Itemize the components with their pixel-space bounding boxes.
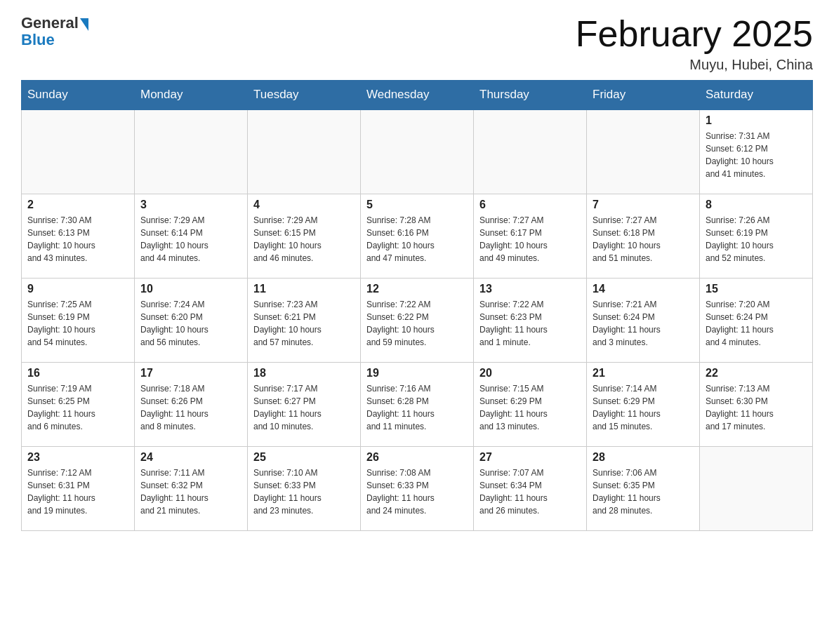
calendar-header-row: Sunday Monday Tuesday Wednesday Thursday… <box>22 81 813 110</box>
day-number: 1 <box>706 114 807 127</box>
logo-blue-text: Blue <box>21 31 55 49</box>
table-row: 6Sunrise: 7:27 AM Sunset: 6:17 PM Daylig… <box>474 194 587 278</box>
day-info: Sunrise: 7:23 AM Sunset: 6:21 PM Dayligh… <box>253 298 355 349</box>
day-info: Sunrise: 7:10 AM Sunset: 6:33 PM Dayligh… <box>253 467 355 517</box>
table-row: 7Sunrise: 7:27 AM Sunset: 6:18 PM Daylig… <box>587 194 700 278</box>
day-info: Sunrise: 7:06 AM Sunset: 6:35 PM Dayligh… <box>593 467 694 517</box>
calendar-table: Sunday Monday Tuesday Wednesday Thursday… <box>21 80 813 531</box>
table-row: 5Sunrise: 7:28 AM Sunset: 6:16 PM Daylig… <box>361 194 474 278</box>
day-info: Sunrise: 7:25 AM Sunset: 6:19 PM Dayligh… <box>27 298 128 349</box>
day-number: 7 <box>593 199 694 211</box>
table-row: 16Sunrise: 7:19 AM Sunset: 6:25 PM Dayli… <box>22 362 135 446</box>
day-number: 28 <box>593 451 694 464</box>
day-number: 17 <box>140 367 241 380</box>
table-row: 14Sunrise: 7:21 AM Sunset: 6:24 PM Dayli… <box>587 278 700 362</box>
day-info: Sunrise: 7:22 AM Sunset: 6:22 PM Dayligh… <box>366 298 468 349</box>
table-row <box>587 109 700 194</box>
day-number: 3 <box>140 199 241 211</box>
day-info: Sunrise: 7:16 AM Sunset: 6:28 PM Dayligh… <box>366 382 468 433</box>
table-row: 27Sunrise: 7:07 AM Sunset: 6:34 PM Dayli… <box>474 446 587 530</box>
table-row <box>361 109 474 194</box>
table-row: 15Sunrise: 7:20 AM Sunset: 6:24 PM Dayli… <box>700 278 813 362</box>
logo-general-text: General <box>21 14 79 32</box>
day-number: 10 <box>140 283 241 295</box>
logo-triangle-icon <box>80 18 88 31</box>
calendar-week-1: 1Sunrise: 7:31 AM Sunset: 6:12 PM Daylig… <box>22 109 813 194</box>
table-row: 2Sunrise: 7:30 AM Sunset: 6:13 PM Daylig… <box>22 194 135 278</box>
day-number: 20 <box>479 367 581 380</box>
header-wednesday: Wednesday <box>361 81 474 110</box>
day-number: 15 <box>706 283 807 295</box>
table-row: 19Sunrise: 7:16 AM Sunset: 6:28 PM Dayli… <box>361 362 474 446</box>
table-row: 28Sunrise: 7:06 AM Sunset: 6:35 PM Dayli… <box>587 446 700 530</box>
day-number: 4 <box>253 199 355 211</box>
day-number: 23 <box>27 451 128 464</box>
header-thursday: Thursday <box>474 81 587 110</box>
day-info: Sunrise: 7:24 AM Sunset: 6:20 PM Dayligh… <box>140 298 241 349</box>
table-row: 3Sunrise: 7:29 AM Sunset: 6:14 PM Daylig… <box>135 194 248 278</box>
table-row: 10Sunrise: 7:24 AM Sunset: 6:20 PM Dayli… <box>135 278 248 362</box>
day-info: Sunrise: 7:27 AM Sunset: 6:18 PM Dayligh… <box>593 214 694 264</box>
day-number: 6 <box>479 199 581 211</box>
day-number: 9 <box>27 283 128 295</box>
day-info: Sunrise: 7:11 AM Sunset: 6:32 PM Dayligh… <box>140 467 241 517</box>
header-sunday: Sunday <box>22 81 135 110</box>
table-row: 22Sunrise: 7:13 AM Sunset: 6:30 PM Dayli… <box>700 362 813 446</box>
day-info: Sunrise: 7:29 AM Sunset: 6:14 PM Dayligh… <box>140 214 241 264</box>
month-title: February 2025 <box>576 14 813 54</box>
day-info: Sunrise: 7:08 AM Sunset: 6:33 PM Dayligh… <box>366 467 468 517</box>
day-info: Sunrise: 7:28 AM Sunset: 6:16 PM Dayligh… <box>366 214 468 264</box>
table-row: 9Sunrise: 7:25 AM Sunset: 6:19 PM Daylig… <box>22 278 135 362</box>
table-row <box>248 109 361 194</box>
page-header: General Blue February 2025 Muyu, Hubei, … <box>21 14 813 73</box>
location-text: Muyu, Hubei, China <box>576 57 813 73</box>
table-row <box>474 109 587 194</box>
day-number: 26 <box>366 451 468 464</box>
day-info: Sunrise: 7:29 AM Sunset: 6:15 PM Dayligh… <box>253 214 355 264</box>
day-number: 2 <box>27 199 128 211</box>
table-row <box>135 109 248 194</box>
table-row: 1Sunrise: 7:31 AM Sunset: 6:12 PM Daylig… <box>700 109 813 194</box>
table-row: 24Sunrise: 7:11 AM Sunset: 6:32 PM Dayli… <box>135 446 248 530</box>
day-number: 19 <box>366 367 468 380</box>
day-number: 21 <box>593 367 694 380</box>
day-number: 25 <box>253 451 355 464</box>
table-row: 11Sunrise: 7:23 AM Sunset: 6:21 PM Dayli… <box>248 278 361 362</box>
day-info: Sunrise: 7:12 AM Sunset: 6:31 PM Dayligh… <box>27 467 128 517</box>
table-row: 20Sunrise: 7:15 AM Sunset: 6:29 PM Dayli… <box>474 362 587 446</box>
day-info: Sunrise: 7:14 AM Sunset: 6:29 PM Dayligh… <box>593 382 694 433</box>
table-row: 25Sunrise: 7:10 AM Sunset: 6:33 PM Dayli… <box>248 446 361 530</box>
table-row: 8Sunrise: 7:26 AM Sunset: 6:19 PM Daylig… <box>700 194 813 278</box>
calendar-week-5: 23Sunrise: 7:12 AM Sunset: 6:31 PM Dayli… <box>22 446 813 530</box>
day-info: Sunrise: 7:07 AM Sunset: 6:34 PM Dayligh… <box>479 467 581 517</box>
header-friday: Friday <box>587 81 700 110</box>
table-row <box>22 109 135 194</box>
day-info: Sunrise: 7:15 AM Sunset: 6:29 PM Dayligh… <box>479 382 581 433</box>
calendar-week-3: 9Sunrise: 7:25 AM Sunset: 6:19 PM Daylig… <box>22 278 813 362</box>
day-number: 22 <box>706 367 807 380</box>
table-row: 23Sunrise: 7:12 AM Sunset: 6:31 PM Dayli… <box>22 446 135 530</box>
title-block: February 2025 Muyu, Hubei, China <box>576 14 813 73</box>
day-info: Sunrise: 7:18 AM Sunset: 6:26 PM Dayligh… <box>140 382 241 433</box>
day-info: Sunrise: 7:19 AM Sunset: 6:25 PM Dayligh… <box>27 382 128 433</box>
day-info: Sunrise: 7:27 AM Sunset: 6:17 PM Dayligh… <box>479 214 581 264</box>
day-info: Sunrise: 7:31 AM Sunset: 6:12 PM Dayligh… <box>706 130 807 180</box>
day-number: 11 <box>253 283 355 295</box>
calendar-week-4: 16Sunrise: 7:19 AM Sunset: 6:25 PM Dayli… <box>22 362 813 446</box>
day-info: Sunrise: 7:22 AM Sunset: 6:23 PM Dayligh… <box>479 298 581 349</box>
day-info: Sunrise: 7:20 AM Sunset: 6:24 PM Dayligh… <box>706 298 807 349</box>
calendar-week-2: 2Sunrise: 7:30 AM Sunset: 6:13 PM Daylig… <box>22 194 813 278</box>
table-row: 4Sunrise: 7:29 AM Sunset: 6:15 PM Daylig… <box>248 194 361 278</box>
day-info: Sunrise: 7:17 AM Sunset: 6:27 PM Dayligh… <box>253 382 355 433</box>
table-row <box>700 446 813 530</box>
table-row: 21Sunrise: 7:14 AM Sunset: 6:29 PM Dayli… <box>587 362 700 446</box>
table-row: 13Sunrise: 7:22 AM Sunset: 6:23 PM Dayli… <box>474 278 587 362</box>
logo: General Blue <box>21 14 88 49</box>
table-row: 12Sunrise: 7:22 AM Sunset: 6:22 PM Dayli… <box>361 278 474 362</box>
day-number: 13 <box>479 283 581 295</box>
day-number: 12 <box>366 283 468 295</box>
table-row: 18Sunrise: 7:17 AM Sunset: 6:27 PM Dayli… <box>248 362 361 446</box>
day-number: 16 <box>27 367 128 380</box>
header-saturday: Saturday <box>700 81 813 110</box>
day-number: 8 <box>706 199 807 211</box>
